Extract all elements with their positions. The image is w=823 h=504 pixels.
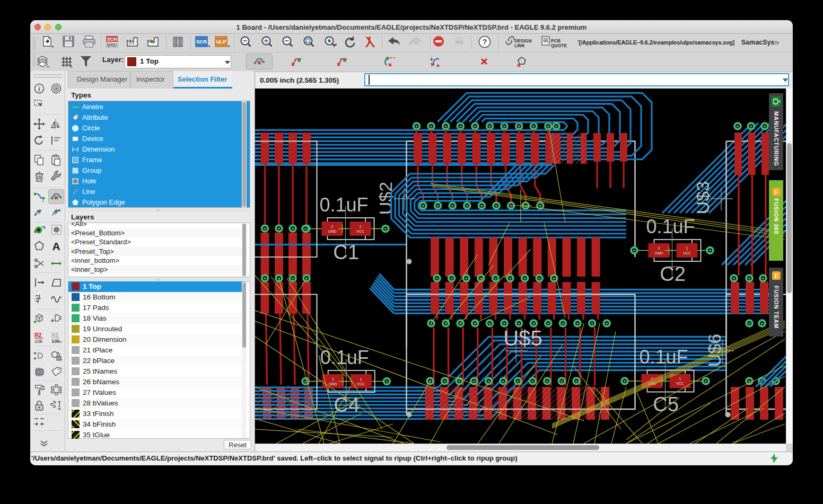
svg-text:2: 2	[331, 225, 334, 228]
svg-text:2: 2	[658, 246, 660, 250]
svg-text:F: F	[775, 189, 778, 196]
svg-text:1: 1	[360, 377, 362, 381]
svg-text:VCC: VCC	[356, 229, 364, 233]
svg-text:0.1uF: 0.1uF	[639, 346, 688, 368]
svg-text:SCR: SCR	[196, 39, 207, 45]
svg-text:0.1uF: 0.1uF	[319, 194, 368, 216]
svg-text:A: A	[52, 240, 60, 252]
svg-text:VCC: VCC	[683, 251, 691, 255]
svg-text:1: 1	[679, 377, 681, 381]
svg-text:C1: C1	[333, 241, 359, 263]
svg-text:1: 1	[360, 225, 362, 228]
svg-text:C2: C2	[660, 263, 686, 285]
svg-text:2: 2	[332, 377, 334, 381]
svg-text:ULP: ULP	[216, 39, 227, 45]
svg-text:U$2: U$2	[375, 182, 396, 215]
svg-text:10k: 10k	[51, 338, 60, 343]
svg-text:VCC: VCC	[357, 382, 365, 386]
svg-text:1: 1	[686, 246, 688, 250]
svg-text:GND: GND	[328, 229, 337, 233]
svg-text:F: F	[775, 273, 778, 279]
svg-text:VCC: VCC	[676, 382, 684, 385]
svg-text:GND: GND	[655, 251, 663, 255]
svg-text:U$3: U$3	[693, 181, 713, 214]
svg-text:R2: R2	[34, 332, 42, 338]
svg-text:i: i	[38, 85, 40, 93]
svg-text:GO: GO	[456, 40, 462, 45]
svg-text:U$5: U$5	[503, 326, 542, 350]
svg-text:?: ?	[483, 38, 487, 46]
svg-text:R2: R2	[51, 332, 59, 338]
svg-text:SCH: SCH	[107, 37, 117, 42]
svg-text:GND: GND	[329, 382, 337, 386]
svg-text:C5: C5	[653, 393, 679, 415]
svg-text:C4: C4	[334, 394, 360, 416]
svg-text:BRD: BRD	[107, 42, 117, 48]
svg-text:10k: 10k	[34, 338, 43, 343]
